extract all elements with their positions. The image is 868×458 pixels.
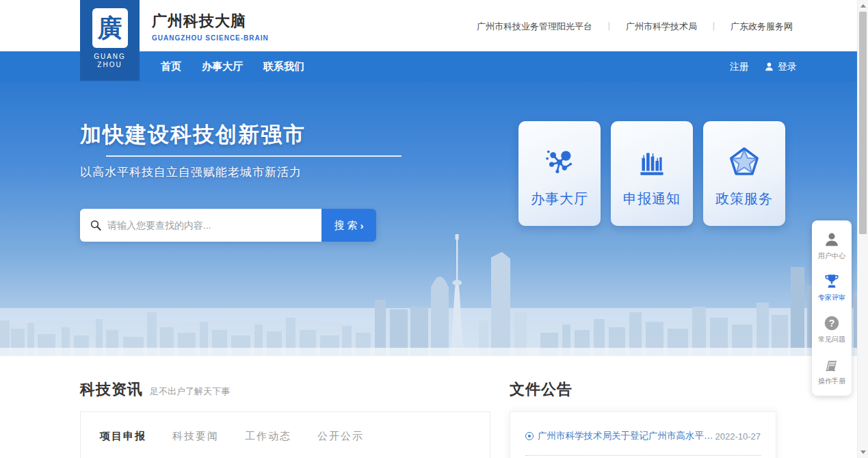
announcement-title: 广州市科学技术局关于登记广州市高水平企... bbox=[538, 430, 715, 442]
announcement-column: 文件公告 广州市科学技术局关于登记广州市高水平企... 2022-10-27 bbox=[510, 379, 776, 458]
content-section: 科技资讯 足不出户了解天下事 项目申报 科技要闻 工作动态 公开公示 文件公告 bbox=[0, 356, 868, 458]
sidebar-item-faq[interactable]: ? 常见问题 bbox=[812, 308, 852, 350]
hero-banner: 加快建设科技创新强市 以高水平科技自立自强赋能老城市新活力 搜 索 › bbox=[0, 82, 868, 356]
tab-public-notice[interactable]: 公开公示 bbox=[317, 430, 364, 450]
header-links: 广州市科技业务管理阳光平台 丨 广州市科学技术局 丨 广东政务服务网 bbox=[477, 21, 793, 33]
announcement-section-title: 文件公告 bbox=[510, 379, 573, 400]
hero-title-underline bbox=[106, 155, 402, 157]
sidebar-item-manual[interactable]: 操作手册 bbox=[812, 350, 852, 392]
link-separator: 丨 bbox=[605, 21, 614, 33]
link-gd-gov-service[interactable]: 广东政务服务网 bbox=[731, 21, 793, 33]
nav-account-area: 注册 登录 bbox=[730, 51, 797, 82]
scrollbar-up-arrow[interactable] bbox=[860, 4, 866, 8]
user-icon bbox=[823, 231, 841, 249]
trophy-icon bbox=[823, 272, 841, 290]
search-button-label: 搜 索 bbox=[334, 219, 357, 232]
sidebar-item-expert-review[interactable]: 专家评审 bbox=[812, 266, 852, 308]
link-sunshine-platform[interactable]: 广州市科技业务管理阳光平台 bbox=[477, 21, 592, 33]
card-label: 申报通知 bbox=[623, 190, 681, 208]
logo-city-text: GUANG ZHOU bbox=[94, 53, 126, 69]
pentagon-star-icon bbox=[727, 144, 761, 180]
header: 廣 GUANG ZHOU 广州科技大脑 GUANGZHOU SCIENCE-BR… bbox=[0, 0, 868, 51]
target-bullet-icon bbox=[525, 432, 534, 440]
brand-block: 广州科技大脑 GUANGZHOU SCIENCE-BRAIN bbox=[152, 11, 269, 42]
tab-project-declaration[interactable]: 项目申报 bbox=[100, 430, 146, 450]
news-card: 项目申报 科技要闻 工作动态 公开公示 bbox=[80, 411, 490, 458]
scrollbar-thumb[interactable] bbox=[859, 12, 867, 234]
link-science-bureau[interactable]: 广州市科学技术局 bbox=[626, 21, 697, 33]
card-label: 办事大厅 bbox=[531, 190, 588, 208]
announcement-card: 广州市科学技术局关于登记广州市高水平企... 2022-10-27 bbox=[510, 411, 776, 458]
user-silhouette-icon bbox=[764, 62, 774, 72]
hero-quick-links: 办事大厅 申报通知 bbox=[518, 121, 785, 226]
logo-city-line2: ZHOU bbox=[94, 61, 126, 69]
sidebar-item-label: 操作手册 bbox=[818, 377, 845, 386]
news-tabs: 项目申报 科技要闻 工作动态 公开公示 bbox=[100, 430, 471, 450]
register-link[interactable]: 注册 bbox=[730, 61, 749, 73]
page-scrollbar[interactable] bbox=[857, 0, 868, 458]
scrollbar-down-arrow[interactable] bbox=[860, 450, 866, 454]
hero-search: 搜 索 › bbox=[80, 209, 376, 242]
site-logo[interactable]: 廣 GUANG ZHOU bbox=[80, 0, 140, 81]
nav-item-service-hall[interactable]: 办事大厅 bbox=[202, 60, 243, 73]
manual-book-icon bbox=[823, 356, 841, 374]
hero-title: 加快建设科技创新强市 bbox=[80, 120, 402, 149]
chevron-right-icon: › bbox=[360, 220, 364, 231]
news-section-subtitle: 足不出户了解天下事 bbox=[150, 385, 230, 398]
tab-work-trends[interactable]: 工作动态 bbox=[245, 430, 291, 450]
logo-city-line1: GUANG bbox=[94, 53, 126, 61]
hero-subtitle: 以高水平科技自立自强赋能老城市新活力 bbox=[80, 164, 402, 180]
floating-sidebar: 用户中心 专家评审 ? 常见问题 操作手册 bbox=[812, 220, 852, 396]
card-policy[interactable]: 政策服务 bbox=[703, 121, 785, 226]
card-notice[interactable]: 申报通知 bbox=[611, 121, 693, 226]
link-separator: 丨 bbox=[709, 21, 718, 33]
logo-seal-icon: 廣 bbox=[92, 8, 128, 48]
sidebar-item-user-center[interactable]: 用户中心 bbox=[812, 225, 852, 266]
question-icon: ? bbox=[823, 314, 841, 332]
dotted-divider bbox=[525, 455, 761, 456]
nav-item-home[interactable]: 首页 bbox=[161, 60, 181, 73]
news-column: 科技资讯 足不出户了解天下事 项目申报 科技要闻 工作动态 公开公示 bbox=[80, 379, 490, 458]
sidebar-item-label: 专家评审 bbox=[818, 293, 845, 303]
search-icon bbox=[90, 219, 102, 231]
news-section-title: 科技资讯 bbox=[80, 379, 143, 400]
tab-sci-tech-news[interactable]: 科技要闻 bbox=[172, 430, 219, 450]
svg-text:?: ? bbox=[829, 318, 835, 329]
sidebar-item-label: 用户中心 bbox=[818, 251, 845, 261]
nav-item-contact[interactable]: 联系我们 bbox=[263, 60, 304, 73]
card-service-hall[interactable]: 办事大厅 bbox=[518, 121, 601, 226]
nav-items: 首页 办事大厅 联系我们 bbox=[161, 51, 304, 82]
login-link[interactable]: 登录 bbox=[764, 61, 797, 73]
search-input[interactable] bbox=[80, 209, 321, 242]
hero-headline-block: 加快建设科技创新强市 以高水平科技自立自强赋能老城市新活力 bbox=[80, 120, 402, 180]
bar-chart-icon bbox=[635, 144, 669, 180]
molecule-icon bbox=[542, 144, 577, 180]
announcement-item[interactable]: 广州市科学技术局关于登记广州市高水平企... 2022-10-27 bbox=[525, 430, 761, 442]
sidebar-item-label: 常见问题 bbox=[818, 335, 845, 344]
announcement-date: 2022-10-27 bbox=[715, 431, 761, 442]
search-button[interactable]: 搜 索 › bbox=[321, 209, 376, 242]
brand-title: 广州科技大脑 bbox=[152, 11, 269, 31]
brand-subtitle: GUANGZHOU SCIENCE-BRAIN bbox=[152, 34, 269, 42]
login-label: 登录 bbox=[778, 61, 797, 73]
card-label: 政策服务 bbox=[715, 190, 773, 208]
